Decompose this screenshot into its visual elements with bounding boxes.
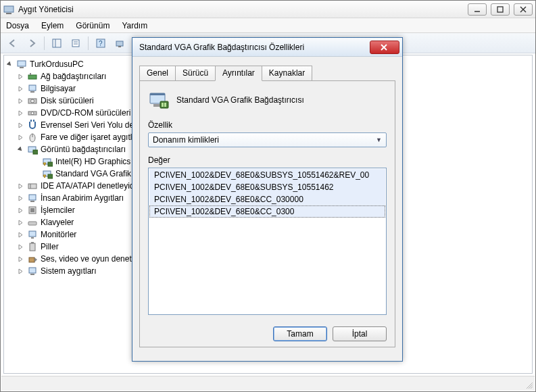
svg-marker-59: [19, 232, 22, 237]
menu-file[interactable]: Dosya: [6, 21, 29, 30]
help-button[interactable]: ?: [93, 35, 109, 51]
svg-rect-14: [118, 46, 121, 47]
svg-marker-17: [7, 62, 13, 68]
device-category-icon: [27, 107, 38, 118]
list-item[interactable]: PCI\VEN_1002&DEV_68E0&CC_030000: [149, 193, 385, 205]
tree-root-label: TurkOrdusuPC: [30, 58, 84, 70]
expander-icon[interactable]: [18, 268, 26, 274]
svg-rect-78: [164, 103, 166, 107]
svg-rect-60: [29, 231, 36, 237]
expander-icon[interactable]: [18, 183, 26, 189]
value-listbox[interactable]: PCI\VEN_1002&DEV_68E0&SUBSYS_10551462&RE…: [148, 168, 387, 315]
ok-button[interactable]: Tamam: [273, 326, 327, 341]
svg-marker-56: [19, 220, 22, 225]
properties-button[interactable]: [68, 35, 84, 51]
svg-marker-65: [19, 257, 22, 262]
menu-view[interactable]: Görünüm: [76, 21, 109, 30]
tab-details[interactable]: Ayrıntılar: [215, 66, 262, 81]
cancel-button[interactable]: İptal: [333, 326, 387, 341]
device-category-icon: [27, 180, 38, 191]
svg-point-31: [31, 112, 34, 115]
display-adapter-icon: [42, 168, 53, 179]
menu-help[interactable]: Yardım: [122, 21, 147, 30]
tree-item-label: Ağ bağdaştırıcıları: [41, 70, 106, 82]
statusbar: [1, 376, 535, 391]
tree-item-label: Intel(R) HD Graphics: [55, 155, 130, 168]
show-hide-tree-button[interactable]: [49, 35, 65, 51]
maximize-button[interactable]: [491, 3, 510, 16]
svg-rect-63: [30, 243, 35, 251]
titlebar: Aygıt Yöneticisi: [1, 1, 535, 18]
svg-marker-26: [19, 99, 22, 103]
svg-rect-3: [497, 7, 503, 12]
device-category-icon: [27, 144, 38, 155]
property-combobox[interactable]: Donanım kimlikleri ▼: [148, 132, 387, 147]
svg-marker-38: [18, 147, 24, 153]
expander-icon[interactable]: [7, 62, 15, 68]
computer-icon: [16, 59, 27, 70]
dialog-close-button[interactable]: [370, 41, 399, 54]
expander-icon[interactable]: [18, 134, 26, 141]
minimize-button[interactable]: [468, 3, 487, 16]
menu-action[interactable]: Eylem: [41, 21, 64, 30]
dialog-body: Genel Sürücü Ayrıntılar Kaynaklar Standa…: [132, 57, 402, 361]
app-icon: [3, 4, 14, 15]
scan-devices-button[interactable]: [112, 35, 128, 51]
list-item[interactable]: PCI\VEN_1002&DEV_68E0&SUBSYS_10551462&RE…: [149, 169, 385, 181]
tree-item-label: DVD/CD-ROM sürücüleri: [41, 107, 130, 119]
expander-icon[interactable]: [18, 110, 26, 116]
display-adapter-icon: [42, 156, 53, 167]
svg-rect-6: [53, 39, 61, 47]
property-label: Özellik: [148, 120, 387, 130]
tab-driver[interactable]: Sürücü: [175, 66, 216, 81]
device-category-icon: [27, 193, 38, 203]
svg-rect-58: [29, 222, 36, 224]
separator: [44, 36, 45, 50]
chevron-down-icon: ▼: [376, 137, 382, 143]
close-button[interactable]: [514, 3, 533, 16]
expander-icon[interactable]: [18, 98, 26, 104]
expander-icon[interactable]: [18, 122, 26, 128]
expander-icon[interactable]: [18, 220, 26, 226]
tree-item-label: İşlemciler: [41, 204, 75, 216]
device-category-icon: [27, 95, 38, 106]
separator: [88, 36, 89, 50]
svg-marker-67: [34, 258, 37, 262]
expander-icon[interactable]: [18, 74, 26, 80]
property-selected: Donanım kimlikleri: [153, 135, 219, 145]
tab-resources[interactable]: Kaynaklar: [262, 66, 312, 81]
svg-point-28: [31, 99, 34, 103]
device-category-icon: [27, 71, 38, 82]
expander-icon[interactable]: [18, 195, 26, 201]
expander-icon[interactable]: [18, 207, 26, 214]
window-title: Aygıt Yöneticisi: [18, 5, 468, 14]
tree-item-label: Disk sürücüleri: [41, 95, 94, 107]
tree-item-label: Klavyeler: [41, 216, 74, 228]
svg-rect-48: [28, 184, 36, 189]
forward-button[interactable]: [24, 35, 40, 51]
list-item[interactable]: PCI\VEN_1002&DEV_68E0&CC_0300: [149, 205, 385, 218]
svg-marker-53: [19, 208, 22, 213]
svg-rect-70: [30, 274, 34, 275]
svg-rect-52: [30, 201, 34, 202]
svg-rect-24: [29, 85, 36, 91]
tab-general[interactable]: Genel: [139, 66, 176, 81]
expander-icon[interactable]: [18, 244, 26, 250]
svg-marker-46: [43, 175, 46, 178]
expander-icon[interactable]: [18, 256, 26, 262]
tree-item-label: Görüntü bağdaştırıcıları: [41, 143, 126, 155]
expander-icon[interactable]: [18, 86, 26, 92]
window-buttons: [468, 3, 533, 16]
expander-icon[interactable]: [18, 232, 26, 238]
expander-icon[interactable]: [18, 147, 26, 153]
svg-marker-68: [19, 269, 22, 274]
dialog-title: Standard VGA Grafik Bağdaştırıcısı Özell…: [135, 43, 370, 52]
svg-marker-35: [19, 135, 22, 140]
svg-rect-1: [6, 13, 11, 14]
back-button[interactable]: [5, 35, 21, 51]
list-item[interactable]: PCI\VEN_1002&DEV_68E0&SUBSYS_10551462: [149, 181, 385, 193]
svg-marker-62: [19, 245, 22, 249]
svg-rect-19: [20, 67, 24, 68]
tree-item-label: Bilgisayar: [41, 82, 76, 95]
device-category-icon: [27, 229, 38, 240]
